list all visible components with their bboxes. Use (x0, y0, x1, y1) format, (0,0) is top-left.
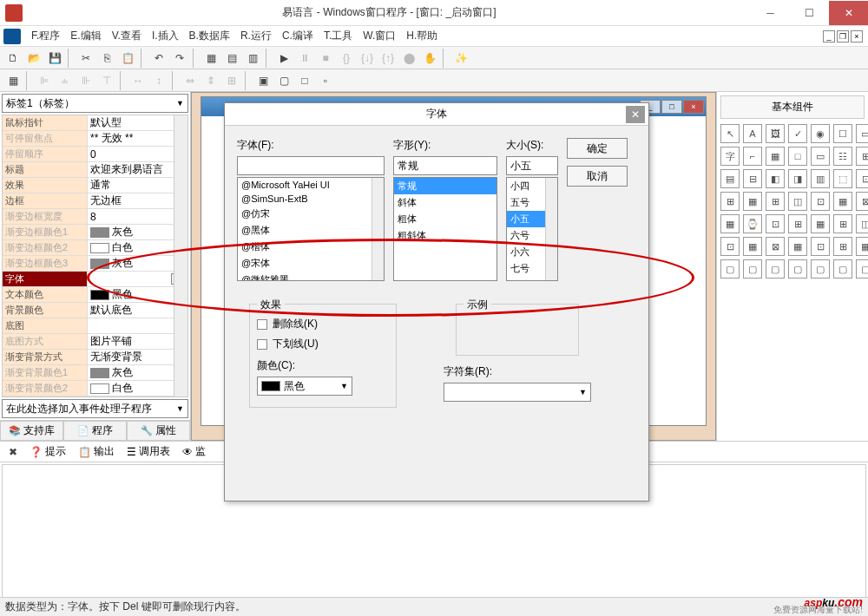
font-option[interactable]: @仿宋 (238, 206, 384, 222)
style-option[interactable]: 粗体 (394, 211, 496, 227)
style-option[interactable]: 粗斜体 (394, 227, 496, 244)
property-value[interactable]: 默认底色 (88, 303, 187, 318)
palette-component[interactable]: ⊞ (833, 214, 852, 233)
layout1-icon[interactable]: ▦ (201, 49, 220, 68)
property-value[interactable]: 白色 (88, 381, 187, 396)
paste-icon[interactable]: 📋 (118, 49, 137, 68)
menu-run[interactable]: R.运行 (235, 26, 277, 46)
property-row[interactable]: 背景颜色默认底色 (3, 303, 187, 318)
grid-icon[interactable]: ▦ (3, 71, 23, 90)
space1-icon[interactable]: ⇔ (181, 71, 200, 90)
object-selector[interactable]: 标签1（标签） ▼ (2, 94, 188, 113)
font-option[interactable]: @宋体 (238, 255, 384, 272)
palette-component[interactable]: ☷ (833, 147, 852, 166)
layout2-icon[interactable]: ▤ (222, 49, 241, 68)
property-list[interactable]: 鼠标指针默认型可停留焦点** 无效 **停留顺序0标题欢迎来到易语言效果通常边框… (2, 115, 188, 397)
mdi-restore-button[interactable]: ❐ (837, 30, 849, 43)
breakpoint-icon[interactable]: ⬤ (399, 49, 418, 68)
property-value[interactable]: 图片平铺 (88, 334, 187, 349)
property-value[interactable] (88, 318, 187, 333)
open-icon[interactable]: 📂 (24, 49, 43, 68)
palette-component[interactable]: ▢ (743, 259, 762, 279)
tab-callstack[interactable]: ☰调用表 (122, 442, 175, 462)
property-row[interactable]: 底图 (3, 318, 187, 334)
palette-component[interactable]: ✓ (788, 124, 807, 143)
align2-icon[interactable]: ⫨ (56, 71, 75, 90)
center3-icon[interactable]: □ (295, 71, 314, 90)
tab-output[interactable]: 📋输出 (73, 442, 120, 462)
property-row[interactable]: 标题欢迎来到易语言 (3, 162, 187, 178)
scrollbar[interactable] (174, 115, 187, 396)
palette-component[interactable]: ▦ (856, 237, 868, 256)
center1-icon[interactable]: ▣ (253, 71, 273, 90)
property-value[interactable]: 无边框 (88, 193, 187, 208)
stop-icon[interactable]: ■ (316, 49, 335, 68)
palette-component[interactable]: ⊡ (720, 237, 740, 256)
menu-help[interactable]: H.帮助 (401, 26, 443, 46)
space3-icon[interactable]: ⊞ (222, 71, 241, 90)
property-row[interactable]: 字体... (3, 272, 187, 287)
scrollbar[interactable] (372, 178, 384, 280)
palette-component[interactable]: ⊡ (766, 214, 785, 233)
size2-icon[interactable]: ↕ (149, 71, 168, 90)
font-option[interactable]: @楷体 (238, 239, 384, 255)
property-value[interactable]: 无渐变背景 (88, 350, 187, 364)
menu-compile[interactable]: C.编译 (277, 26, 319, 46)
align1-icon[interactable]: ⊫ (35, 71, 54, 90)
style-input[interactable] (393, 156, 497, 175)
strikeout-checkbox[interactable]: 删除线(K) (257, 317, 389, 331)
wizard-icon[interactable]: ✨ (451, 49, 470, 68)
palette-component[interactable]: ▦ (788, 237, 807, 256)
property-row[interactable]: 渐变背景颜色1灰色 (3, 365, 187, 381)
palette-component[interactable]: ▦ (811, 214, 830, 233)
property-value[interactable]: ** 无效 ** (88, 131, 187, 146)
property-value[interactable]: 黑色 (88, 287, 187, 302)
palette-component[interactable]: ▭ (811, 147, 830, 166)
minimize-button[interactable]: ─ (751, 1, 790, 25)
font-option[interactable]: @Microsoft YaHei UI (238, 178, 384, 192)
close-panel-icon[interactable]: ✖ (3, 442, 23, 462)
palette-component[interactable]: ◫ (856, 214, 868, 233)
palette-component[interactable]: ▢ (766, 259, 785, 279)
palette-component[interactable]: ▥ (811, 169, 830, 188)
menu-program[interactable]: F.程序 (26, 26, 65, 46)
font-input[interactable] (237, 156, 385, 175)
cut-icon[interactable]: ✂ (76, 49, 95, 68)
underline-checkbox[interactable]: 下划线(U) (257, 337, 389, 351)
property-value[interactable]: 欢迎来到易语言 (88, 162, 187, 177)
property-value[interactable]: 灰色 (88, 256, 187, 271)
copy-icon[interactable]: ⎘ (97, 49, 116, 68)
property-row[interactable]: 边框无边框 (3, 193, 187, 209)
property-value[interactable]: 灰色 (88, 225, 187, 239)
mdi-close-button[interactable]: × (851, 30, 863, 43)
tab-program[interactable]: 📄程序 (63, 421, 127, 441)
palette-component[interactable]: ◉ (811, 124, 830, 143)
event-selector[interactable]: 在此处选择加入事件处理子程序 ▼ (2, 399, 188, 418)
stepout-icon[interactable]: {↑} (378, 49, 398, 68)
property-row[interactable]: 鼠标指针默认型 (3, 115, 187, 131)
property-row[interactable]: 效果通常 (3, 178, 187, 193)
palette-component[interactable]: ⬚ (833, 169, 852, 188)
mdi-min-button[interactable]: _ (823, 30, 835, 43)
palette-component[interactable]: ▢ (811, 259, 830, 279)
property-row[interactable]: 渐变边框宽度8 (3, 209, 187, 225)
tab-tips[interactable]: ❓提示 (24, 442, 71, 462)
property-value[interactable]: 灰色 (88, 365, 187, 380)
font-list[interactable]: @Microsoft YaHei UI@SimSun-ExtB@仿宋@黑体@楷体… (237, 177, 385, 281)
space2-icon[interactable]: ⇕ (201, 71, 220, 90)
palette-component[interactable]: □ (788, 147, 807, 166)
new-icon[interactable]: 🗋 (3, 49, 23, 68)
property-value[interactable]: ... (88, 272, 187, 286)
property-row[interactable]: 停留顺序0 (3, 147, 187, 162)
layout3-icon[interactable]: ▥ (243, 49, 262, 68)
palette-component[interactable]: ▭ (856, 124, 868, 143)
property-row[interactable]: 底图方式图片平铺 (3, 334, 187, 350)
property-value[interactable]: 8 (88, 209, 187, 224)
palette-component[interactable]: ⊞ (833, 237, 852, 256)
center4-icon[interactable]: ▫ (316, 71, 335, 90)
maximize-button[interactable]: ☐ (790, 1, 829, 25)
palette-component[interactable]: ⊞ (720, 192, 740, 211)
palette-component[interactable]: ↖ (720, 124, 740, 143)
property-row[interactable]: 渐变边框颜色2白色 (3, 240, 187, 256)
palette-component[interactable]: 字 (720, 147, 740, 166)
